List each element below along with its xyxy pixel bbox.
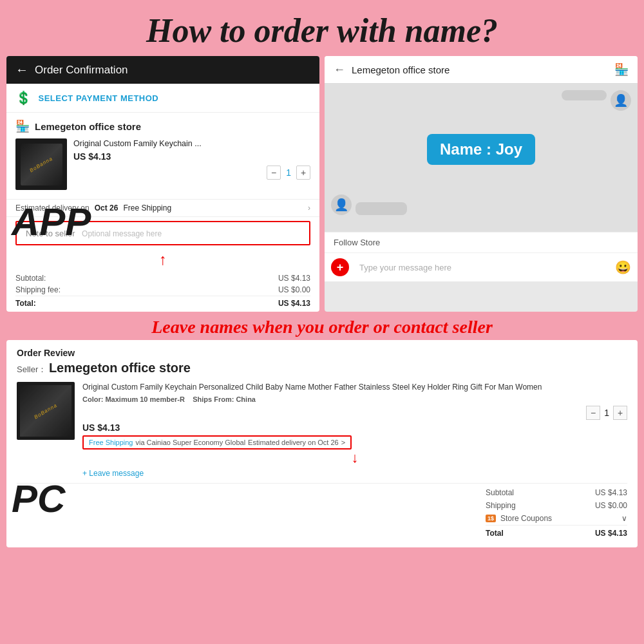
top-row: ← Order Confirmation 💲 SELECT PAYMENT ME… (6, 56, 638, 312)
product-image: BoBanna (15, 138, 67, 190)
pc-total-row: Total US $4.13 (486, 525, 627, 540)
chat-add-button[interactable]: + (331, 258, 349, 276)
pc-subtotal-label: Subtotal (486, 488, 514, 497)
main-title: How to order with name? (0, 0, 644, 56)
chat-back-arrow-icon[interactable]: ← (334, 63, 345, 77)
order-review-title: Order Review (17, 348, 627, 358)
pc-shipping-arrow-icon: > (341, 439, 345, 446)
left-phone: ← Order Confirmation 💲 SELECT PAYMENT ME… (6, 56, 319, 312)
pc-seller-label: Seller： (17, 365, 46, 374)
pc-qty-increase-button[interactable]: + (613, 406, 627, 420)
store-name: Lemegeton office store (35, 121, 141, 132)
ships-from-value: China (236, 395, 256, 403)
delivery-date: Oct 26 (95, 204, 118, 213)
pc-product-title: Original Custom Family Keychain Personal… (82, 382, 627, 393)
pc-product-meta: Color: Maximum 10 member-R Ships From: C… (82, 395, 627, 403)
product-title: Original Custom Family Keychain ... (73, 138, 310, 149)
user-avatar: 👤 (611, 90, 631, 111)
payment-label: SELECT PAYMENT METHOD (39, 93, 159, 103)
qty-decrease-button[interactable]: − (267, 166, 281, 180)
order-confirmation-title: Order Confirmation (35, 64, 128, 77)
pc-shipping-via: via Cainiao Super Economy Global (136, 439, 246, 446)
divider (17, 483, 627, 484)
totals-section: Subtotal: US $4.13 Shipping fee: US $0.0… (6, 270, 319, 312)
pc-product-row: BoBanna Original Custom Family Keychain … (17, 382, 627, 478)
chat-header: ← Lemegeton office store 🏪 (325, 56, 638, 84)
subtotal-label: Subtotal: (15, 274, 46, 283)
pc-section-label: PC (12, 477, 65, 521)
arrow-up-icon: ↑ (6, 249, 319, 270)
chat-store-icon: 🏪 (614, 62, 629, 77)
emoji-icon[interactable]: 😀 (615, 260, 631, 275)
subtotal-value: US $4.13 (278, 274, 310, 283)
total-label: Total: (15, 299, 36, 308)
ships-from-label: Ships From: (193, 395, 234, 403)
shipping-fee-value: US $0.00 (278, 285, 310, 294)
store-section: 🏪 Lemegeton office store BoBanna Origina… (6, 113, 319, 200)
pc-qty-value: 1 (604, 408, 609, 418)
chat-input-row: + Type your message here 😀 (325, 253, 638, 281)
chevron-right-icon[interactable]: › (308, 204, 310, 213)
store-coupon-row[interactable]: 1$ Store Coupons ∨ (486, 512, 627, 525)
pc-shipping-box[interactable]: Free Shipping via Cainiao Super Economy … (82, 435, 352, 450)
free-shipping-label: Free Shipping (123, 204, 171, 213)
pc-totals: Subtotal US $4.13 Shipping US $0.00 1$ S… (17, 486, 627, 540)
chat-blur-bubble-2 (355, 202, 407, 215)
pc-shipping-estimated: Estimated delivery on Oct 26 (248, 439, 339, 446)
qty-value: 1 (286, 167, 291, 178)
store-icon: 🏪 (15, 119, 30, 133)
product-price: US $4.13 (73, 151, 310, 162)
chat-blur-bubble-1 (562, 90, 607, 100)
pc-total-value: US $4.13 (595, 529, 627, 538)
color-value: Maximum 10 member-R (105, 395, 185, 403)
arrow-down-icon: ↓ (82, 450, 627, 466)
payment-icon: 💲 (15, 90, 32, 106)
follow-store-bar[interactable]: Follow Store (325, 232, 638, 253)
right-phone: ← Lemegeton office store 🏪 👤 Name : Joy … (325, 56, 638, 312)
product-info: Original Custom Family Keychain ... US $… (73, 138, 310, 180)
pc-product-info: Original Custom Family Keychain Personal… (82, 382, 627, 478)
chat-body: 👤 Name : Joy 👤 (325, 84, 638, 232)
middle-banner: Leave names when you order or contact se… (0, 312, 644, 340)
store-name-row: 🏪 Lemegeton office store (15, 119, 310, 133)
order-confirmation-header: ← Order Confirmation (6, 56, 319, 84)
pc-seller-row: Seller： Lemegeton office store (17, 361, 627, 375)
pc-keychain-label: BoBanna (33, 402, 58, 420)
qty-increase-button[interactable]: + (296, 166, 310, 180)
shipping-fee-label: Shipping fee: (15, 285, 61, 294)
pc-free-shipping: Free Shipping (89, 439, 133, 446)
product-row: BoBanna Original Custom Family Keychain … (15, 138, 310, 190)
pc-seller-name: Lemegeton office store (49, 361, 191, 375)
keychain-label: BoBanna (28, 155, 53, 173)
chat-store-title: Lemegeton office store (352, 64, 608, 75)
pc-shipping-row: Shipping US $0.00 (486, 499, 627, 512)
store-avatar: 👤 (331, 194, 352, 215)
total-row: Total: US $4.13 (15, 296, 310, 309)
app-section-label: APP (12, 200, 91, 244)
coupon-icon: 1$ (486, 515, 496, 522)
pc-qty-decrease-button[interactable]: − (586, 406, 600, 420)
color-label: Color: (82, 395, 103, 403)
shipping-fee-row: Shipping fee: US $0.00 (15, 284, 310, 296)
pc-subtotal-row: Subtotal US $4.13 (486, 486, 627, 499)
note-placeholder: Optional message here (82, 229, 162, 238)
coupon-chevron-icon[interactable]: ∨ (621, 514, 627, 523)
subtotal-row: Subtotal: US $4.13 (15, 272, 310, 284)
store-coupons-label: Store Coupons (500, 514, 552, 523)
pc-shipping-label: Shipping (486, 501, 516, 510)
name-message-bubble: Name : Joy (427, 134, 535, 165)
chat-input-placeholder[interactable]: Type your message here (354, 260, 610, 275)
pc-content: Order Review Seller： Lemegeton office st… (6, 340, 638, 547)
pc-shipping-value: US $0.00 (595, 501, 627, 510)
pc-leave-message[interactable]: + Leave message (82, 469, 627, 478)
back-arrow-icon[interactable]: ← (15, 62, 28, 77)
pc-subtotal-value: US $4.13 (595, 488, 627, 497)
pc-product-image: BoBanna (17, 382, 75, 440)
pc-section: Order Review Seller： Lemegeton office st… (6, 340, 638, 547)
pc-total-label: Total (486, 529, 504, 538)
total-value: US $4.13 (278, 299, 310, 308)
pc-product-price: US $4.13 (82, 422, 627, 433)
payment-section[interactable]: 💲 SELECT PAYMENT METHOD (6, 84, 319, 113)
qty-row: − 1 + (73, 166, 310, 180)
